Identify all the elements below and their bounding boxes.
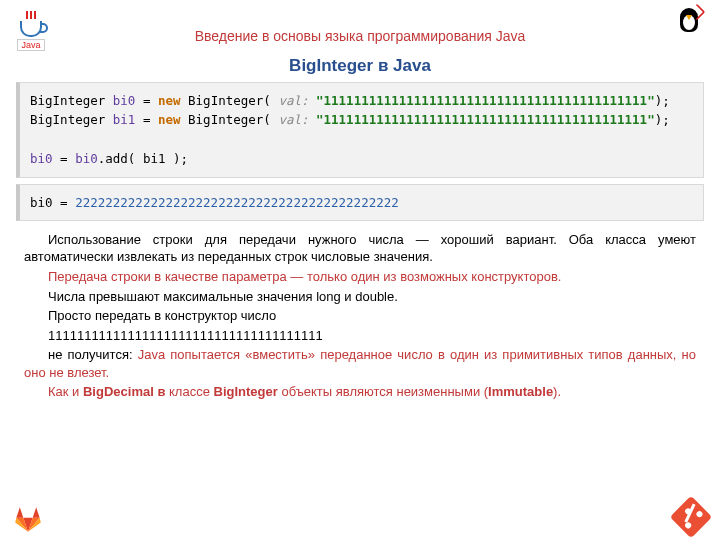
- paragraph: Использование строки для передачи нужног…: [24, 231, 696, 266]
- paragraph: Числа превышают максимальные значения lo…: [24, 288, 696, 306]
- git-icon: [670, 496, 712, 538]
- code-block-declaration: BigInteger bi0 = new BigInteger( val: "1…: [16, 82, 704, 178]
- gitlab-icon: [14, 506, 42, 532]
- paragraph: не получится: Java попытается «вместить»…: [24, 346, 696, 381]
- paragraph: Как и BigDecimal в классе BigInteger объ…: [24, 383, 696, 401]
- body-text: Использование строки для передачи нужног…: [0, 231, 720, 419]
- course-title: Введение в основы языка программирования…: [0, 28, 720, 44]
- paragraph: Передача строки в качестве параметра — т…: [24, 268, 696, 286]
- code-block-result: bi0 = 2222222222222222222222222222222222…: [16, 184, 704, 221]
- paragraph: Просто передать в конструктор число: [24, 307, 696, 325]
- paragraph-number: 11111111111111111111111111111111111111: [24, 327, 696, 345]
- page-title: BigInteger в Java: [0, 56, 720, 76]
